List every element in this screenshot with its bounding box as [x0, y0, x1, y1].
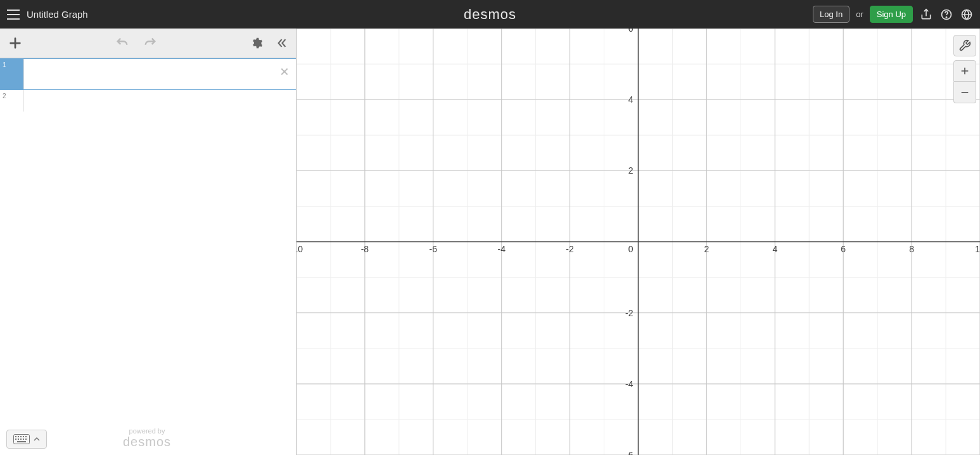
svg-rect-10 — [18, 439, 19, 440]
svg-text:0: 0 — [628, 244, 633, 254]
svg-rect-9 — [15, 439, 16, 440]
svg-rect-13 — [25, 439, 27, 440]
login-button[interactable]: Log In — [813, 6, 850, 23]
powered-by-label: powered by — [123, 427, 171, 435]
menu-icon[interactable] — [6, 8, 20, 22]
row-number: 2 — [0, 90, 24, 112]
svg-text:-4: -4 — [625, 379, 633, 389]
svg-rect-4 — [15, 436, 16, 437]
svg-rect-11 — [20, 439, 22, 440]
graph-canvas[interactable]: -10-8-6-4-20246810-6-4-2246 — [296, 29, 980, 455]
svg-text:10: 10 — [975, 244, 980, 254]
graph-settings-button[interactable] — [953, 35, 976, 56]
svg-text:2: 2 — [628, 165, 633, 176]
svg-text:-2: -2 — [625, 308, 633, 318]
svg-rect-5 — [18, 436, 19, 437]
svg-rect-12 — [23, 439, 24, 440]
language-icon[interactable] — [960, 8, 974, 22]
row-number: 1 — [0, 59, 24, 89]
svg-text:-6: -6 — [430, 244, 438, 254]
share-icon[interactable] — [919, 8, 933, 22]
help-icon[interactable] — [939, 8, 953, 22]
collapse-panel-icon[interactable] — [270, 33, 291, 53]
expression-input[interactable] — [24, 90, 296, 112]
keyboard-icon — [13, 434, 30, 444]
chevron-up-icon — [34, 436, 40, 442]
svg-text:-4: -4 — [497, 244, 506, 254]
expression-row[interactable]: 2 — [0, 90, 296, 112]
keyboard-toggle-button[interactable] — [6, 430, 47, 449]
redo-button[interactable] — [140, 33, 160, 53]
svg-text:4: 4 — [628, 94, 633, 105]
expression-list: 1 2 — [0, 58, 296, 455]
desmos-logo[interactable]: desmos — [464, 6, 516, 23]
or-label: or — [856, 10, 863, 19]
powered-by-brand: desmos — [123, 435, 171, 449]
undo-button[interactable] — [112, 33, 132, 53]
graph-title[interactable]: Untitled Graph — [27, 9, 88, 20]
close-icon[interactable] — [278, 65, 291, 78]
svg-text:6: 6 — [628, 29, 633, 34]
svg-rect-8 — [25, 436, 27, 437]
svg-rect-7 — [23, 436, 24, 437]
svg-text:-8: -8 — [361, 244, 369, 254]
expression-input[interactable] — [24, 59, 296, 89]
svg-text:6: 6 — [841, 244, 846, 254]
svg-point-1 — [946, 16, 946, 17]
expression-row[interactable]: 1 — [0, 58, 296, 90]
svg-text:-10: -10 — [296, 244, 303, 254]
svg-rect-6 — [20, 436, 22, 437]
svg-text:-2: -2 — [566, 244, 574, 254]
add-expression-button[interactable] — [5, 33, 25, 53]
svg-text:8: 8 — [909, 244, 914, 254]
expression-toolbar — [0, 29, 296, 58]
settings-icon[interactable] — [246, 33, 267, 53]
svg-text:4: 4 — [772, 244, 777, 254]
expression-panel: 1 2 powered b — [0, 29, 296, 455]
svg-rect-14 — [17, 441, 26, 442]
signup-button[interactable]: Sign Up — [870, 6, 913, 23]
zoom-in-button[interactable] — [953, 60, 976, 82]
zoom-out-button[interactable] — [953, 82, 976, 103]
powered-by: powered by desmos — [123, 427, 171, 449]
svg-text:-6: -6 — [625, 450, 633, 455]
svg-text:2: 2 — [704, 244, 710, 254]
